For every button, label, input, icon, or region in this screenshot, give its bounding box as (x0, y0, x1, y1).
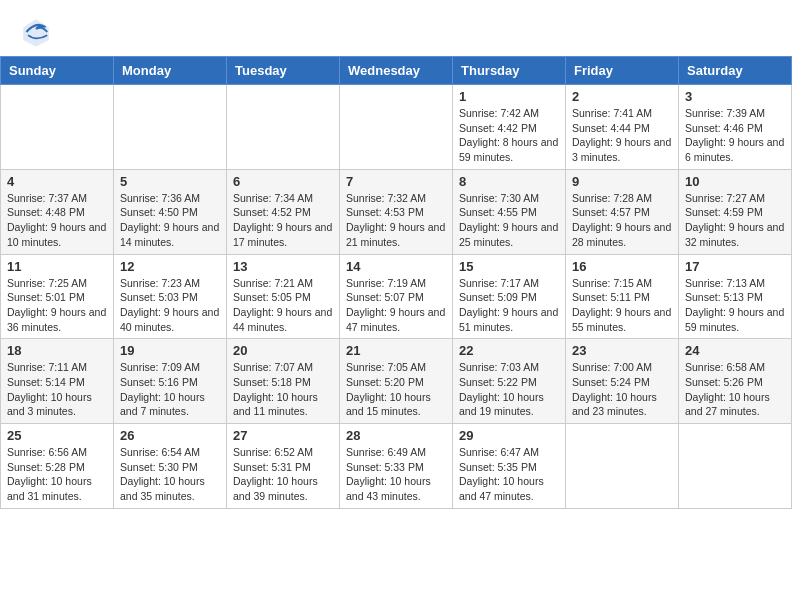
day-number: 2 (572, 89, 672, 104)
calendar-cell: 25Sunrise: 6:56 AM Sunset: 5:28 PM Dayli… (1, 424, 114, 509)
day-info: Sunrise: 7:03 AM Sunset: 5:22 PM Dayligh… (459, 360, 559, 419)
day-info: Sunrise: 7:07 AM Sunset: 5:18 PM Dayligh… (233, 360, 333, 419)
page-header (0, 0, 792, 56)
calendar-week-row: 25Sunrise: 6:56 AM Sunset: 5:28 PM Dayli… (1, 424, 792, 509)
day-info: Sunrise: 7:19 AM Sunset: 5:07 PM Dayligh… (346, 276, 446, 335)
calendar-cell (566, 424, 679, 509)
calendar-cell: 8Sunrise: 7:30 AM Sunset: 4:55 PM Daylig… (453, 169, 566, 254)
day-info: Sunrise: 7:27 AM Sunset: 4:59 PM Dayligh… (685, 191, 785, 250)
day-number: 9 (572, 174, 672, 189)
day-number: 18 (7, 343, 107, 358)
day-number: 21 (346, 343, 446, 358)
calendar-cell: 1Sunrise: 7:42 AM Sunset: 4:42 PM Daylig… (453, 85, 566, 170)
calendar-cell (340, 85, 453, 170)
day-info: Sunrise: 6:47 AM Sunset: 5:35 PM Dayligh… (459, 445, 559, 504)
day-info: Sunrise: 7:30 AM Sunset: 4:55 PM Dayligh… (459, 191, 559, 250)
calendar-cell: 26Sunrise: 6:54 AM Sunset: 5:30 PM Dayli… (114, 424, 227, 509)
calendar-cell: 16Sunrise: 7:15 AM Sunset: 5:11 PM Dayli… (566, 254, 679, 339)
day-header-saturday: Saturday (679, 57, 792, 85)
day-number: 3 (685, 89, 785, 104)
day-number: 22 (459, 343, 559, 358)
day-number: 7 (346, 174, 446, 189)
calendar-week-row: 18Sunrise: 7:11 AM Sunset: 5:14 PM Dayli… (1, 339, 792, 424)
day-number: 29 (459, 428, 559, 443)
calendar-cell: 14Sunrise: 7:19 AM Sunset: 5:07 PM Dayli… (340, 254, 453, 339)
day-number: 10 (685, 174, 785, 189)
calendar-cell: 6Sunrise: 7:34 AM Sunset: 4:52 PM Daylig… (227, 169, 340, 254)
logo-icon (20, 16, 52, 48)
calendar-cell: 18Sunrise: 7:11 AM Sunset: 5:14 PM Dayli… (1, 339, 114, 424)
day-header-tuesday: Tuesday (227, 57, 340, 85)
day-info: Sunrise: 7:13 AM Sunset: 5:13 PM Dayligh… (685, 276, 785, 335)
day-info: Sunrise: 7:42 AM Sunset: 4:42 PM Dayligh… (459, 106, 559, 165)
day-info: Sunrise: 7:34 AM Sunset: 4:52 PM Dayligh… (233, 191, 333, 250)
day-info: Sunrise: 7:23 AM Sunset: 5:03 PM Dayligh… (120, 276, 220, 335)
day-header-sunday: Sunday (1, 57, 114, 85)
day-number: 20 (233, 343, 333, 358)
day-number: 12 (120, 259, 220, 274)
calendar-cell: 12Sunrise: 7:23 AM Sunset: 5:03 PM Dayli… (114, 254, 227, 339)
day-info: Sunrise: 7:09 AM Sunset: 5:16 PM Dayligh… (120, 360, 220, 419)
day-header-friday: Friday (566, 57, 679, 85)
day-number: 1 (459, 89, 559, 104)
calendar-cell: 3Sunrise: 7:39 AM Sunset: 4:46 PM Daylig… (679, 85, 792, 170)
day-info: Sunrise: 7:00 AM Sunset: 5:24 PM Dayligh… (572, 360, 672, 419)
logo (20, 16, 56, 48)
day-info: Sunrise: 7:36 AM Sunset: 4:50 PM Dayligh… (120, 191, 220, 250)
day-number: 16 (572, 259, 672, 274)
day-number: 23 (572, 343, 672, 358)
calendar-cell: 9Sunrise: 7:28 AM Sunset: 4:57 PM Daylig… (566, 169, 679, 254)
day-info: Sunrise: 6:49 AM Sunset: 5:33 PM Dayligh… (346, 445, 446, 504)
day-info: Sunrise: 6:52 AM Sunset: 5:31 PM Dayligh… (233, 445, 333, 504)
day-number: 19 (120, 343, 220, 358)
calendar-table: SundayMondayTuesdayWednesdayThursdayFrid… (0, 56, 792, 509)
calendar-cell: 2Sunrise: 7:41 AM Sunset: 4:44 PM Daylig… (566, 85, 679, 170)
calendar-cell (227, 85, 340, 170)
calendar-cell: 10Sunrise: 7:27 AM Sunset: 4:59 PM Dayli… (679, 169, 792, 254)
calendar-cell (679, 424, 792, 509)
calendar-cell: 11Sunrise: 7:25 AM Sunset: 5:01 PM Dayli… (1, 254, 114, 339)
calendar-week-row: 1Sunrise: 7:42 AM Sunset: 4:42 PM Daylig… (1, 85, 792, 170)
calendar-cell: 22Sunrise: 7:03 AM Sunset: 5:22 PM Dayli… (453, 339, 566, 424)
calendar-week-row: 4Sunrise: 7:37 AM Sunset: 4:48 PM Daylig… (1, 169, 792, 254)
calendar-cell: 28Sunrise: 6:49 AM Sunset: 5:33 PM Dayli… (340, 424, 453, 509)
day-number: 17 (685, 259, 785, 274)
day-info: Sunrise: 7:39 AM Sunset: 4:46 PM Dayligh… (685, 106, 785, 165)
calendar-cell: 7Sunrise: 7:32 AM Sunset: 4:53 PM Daylig… (340, 169, 453, 254)
day-header-thursday: Thursday (453, 57, 566, 85)
calendar-header-row: SundayMondayTuesdayWednesdayThursdayFrid… (1, 57, 792, 85)
day-header-monday: Monday (114, 57, 227, 85)
calendar-cell: 17Sunrise: 7:13 AM Sunset: 5:13 PM Dayli… (679, 254, 792, 339)
day-number: 28 (346, 428, 446, 443)
day-number: 26 (120, 428, 220, 443)
calendar-cell (1, 85, 114, 170)
calendar-cell: 23Sunrise: 7:00 AM Sunset: 5:24 PM Dayli… (566, 339, 679, 424)
svg-marker-0 (23, 19, 49, 46)
calendar-cell: 24Sunrise: 6:58 AM Sunset: 5:26 PM Dayli… (679, 339, 792, 424)
calendar-week-row: 11Sunrise: 7:25 AM Sunset: 5:01 PM Dayli… (1, 254, 792, 339)
day-header-wednesday: Wednesday (340, 57, 453, 85)
calendar-cell: 20Sunrise: 7:07 AM Sunset: 5:18 PM Dayli… (227, 339, 340, 424)
day-number: 14 (346, 259, 446, 274)
calendar-cell: 15Sunrise: 7:17 AM Sunset: 5:09 PM Dayli… (453, 254, 566, 339)
calendar-cell: 5Sunrise: 7:36 AM Sunset: 4:50 PM Daylig… (114, 169, 227, 254)
day-info: Sunrise: 7:15 AM Sunset: 5:11 PM Dayligh… (572, 276, 672, 335)
day-number: 4 (7, 174, 107, 189)
day-info: Sunrise: 7:05 AM Sunset: 5:20 PM Dayligh… (346, 360, 446, 419)
day-number: 24 (685, 343, 785, 358)
calendar-cell: 13Sunrise: 7:21 AM Sunset: 5:05 PM Dayli… (227, 254, 340, 339)
day-number: 15 (459, 259, 559, 274)
day-info: Sunrise: 7:37 AM Sunset: 4:48 PM Dayligh… (7, 191, 107, 250)
day-number: 8 (459, 174, 559, 189)
day-info: Sunrise: 7:17 AM Sunset: 5:09 PM Dayligh… (459, 276, 559, 335)
day-info: Sunrise: 6:56 AM Sunset: 5:28 PM Dayligh… (7, 445, 107, 504)
calendar-cell: 29Sunrise: 6:47 AM Sunset: 5:35 PM Dayli… (453, 424, 566, 509)
day-number: 27 (233, 428, 333, 443)
day-number: 13 (233, 259, 333, 274)
day-number: 25 (7, 428, 107, 443)
day-info: Sunrise: 6:58 AM Sunset: 5:26 PM Dayligh… (685, 360, 785, 419)
day-info: Sunrise: 6:54 AM Sunset: 5:30 PM Dayligh… (120, 445, 220, 504)
day-info: Sunrise: 7:21 AM Sunset: 5:05 PM Dayligh… (233, 276, 333, 335)
day-info: Sunrise: 7:32 AM Sunset: 4:53 PM Dayligh… (346, 191, 446, 250)
day-info: Sunrise: 7:11 AM Sunset: 5:14 PM Dayligh… (7, 360, 107, 419)
